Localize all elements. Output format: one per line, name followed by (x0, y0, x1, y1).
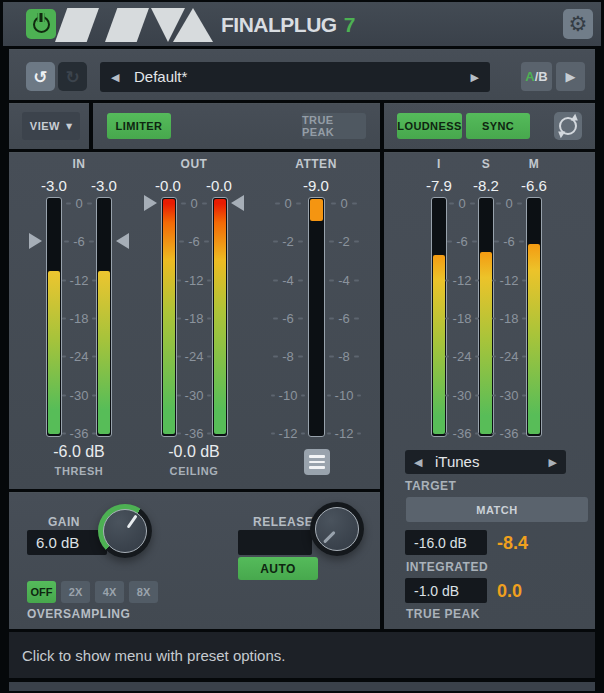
loudness-toggle[interactable]: LOUDNESS (397, 113, 462, 139)
out-meter-right (212, 197, 228, 437)
scale-tick: 0 (492, 196, 526, 211)
ceiling-marker-right[interactable] (231, 195, 244, 211)
limiter-panel: LIMITER TRUE PEAK (93, 103, 380, 149)
out-meters-label: OUT (164, 157, 224, 171)
ab-compare-button[interactable]: A/B (521, 62, 552, 91)
preset-name: Default* (134, 68, 187, 85)
preset-row: ↺ ↻ ◀ Default* ▶ A/B ▶ (9, 49, 595, 100)
scale-tick: -12 (271, 426, 305, 441)
status-text: Click to show menu with preset options. (22, 647, 285, 664)
ceiling-label: CEILING (134, 465, 254, 477)
atten-meter (308, 197, 325, 437)
undo-button[interactable]: ↺ (26, 62, 55, 91)
scale-tick: -6 (62, 234, 96, 249)
oversampling-option-2x[interactable]: 2X (61, 581, 90, 603)
scale-tick: -12 (327, 426, 361, 441)
power-icon (33, 16, 50, 33)
scale-tick: -30 (445, 388, 479, 403)
preset-selector[interactable]: ◀ Default* ▶ (100, 62, 490, 92)
scale-tick: -2 (327, 234, 361, 249)
oversampling-option-8x[interactable]: 8X (129, 581, 158, 603)
lufs-s-peak: -8.2 (461, 177, 511, 194)
resize-strip[interactable] (9, 682, 595, 691)
scale-tick: -12 (177, 273, 211, 288)
ab-copy-button[interactable]: ▶ (556, 62, 585, 91)
gear-icon: ⚙ (569, 14, 588, 35)
scale-tick: -18 (492, 311, 526, 326)
in-meter-scale: 0-6-12-18-24-30-36 (62, 197, 96, 437)
scale-tick: -8 (327, 349, 361, 364)
scale-tick: -18 (177, 311, 211, 326)
out-meter-left (161, 197, 177, 437)
scale-tick: -4 (271, 273, 305, 288)
sync-toggle[interactable]: SYNC (466, 113, 530, 139)
gain-knob[interactable] (98, 504, 152, 558)
lufs-m-meter (526, 197, 542, 437)
thresh-value[interactable]: -6.0 dB (19, 443, 139, 461)
view-dropdown[interactable]: VIEW ▼ (22, 112, 80, 140)
gain-value-field[interactable]: 6.0 dB (27, 530, 107, 555)
status-bar: Click to show menu with preset options. (9, 632, 595, 678)
scale-tick: -36 (492, 426, 526, 441)
thresh-marker-left[interactable] (29, 233, 42, 249)
ab-b-label: /B (535, 69, 548, 84)
scale-tick: 0 (327, 196, 361, 211)
true-peak-target-field[interactable]: -1.0 dB (405, 578, 487, 603)
in-meter-right (96, 197, 112, 437)
lufs-m-peak: -6.6 (509, 177, 559, 194)
scale-tick: -24 (445, 349, 479, 364)
atten-menu-button[interactable] (304, 449, 330, 475)
chevron-down-icon: ▼ (66, 122, 72, 131)
scale-tick: -24 (492, 349, 526, 364)
oversampling-option-off[interactable]: OFF (27, 581, 56, 603)
target-value: iTunes (435, 453, 479, 470)
integrated-readout: -8.4 (497, 533, 528, 554)
target-selector[interactable]: ◀ iTunes ▶ (405, 450, 566, 474)
integrated-label: INTEGRATED (406, 560, 488, 574)
meter-fill (163, 199, 175, 434)
scale-tick: 0 (271, 196, 305, 211)
scale-tick: -30 (492, 388, 526, 403)
true-peak-label: TRUE PEAK (406, 607, 480, 621)
in-right-peak: -3.0 (79, 177, 129, 194)
integrated-target-field[interactable]: -16.0 dB (405, 530, 487, 555)
target-label: TARGET (405, 479, 456, 493)
atten-meter-label: ATTEN (286, 157, 346, 171)
ceiling-value[interactable]: -0.0 dB (134, 443, 254, 461)
logo-shape (105, 8, 149, 42)
gain-label: GAIN (48, 515, 80, 529)
meter-fill (214, 199, 226, 434)
next-preset-icon[interactable]: ▶ (471, 71, 479, 84)
out-meter-scale: 0-6-12-18-24-30-36 (177, 197, 211, 437)
scale-tick: -6 (445, 234, 479, 249)
scale-tick: -24 (62, 349, 96, 364)
oversampling-option-4x[interactable]: 4X (95, 581, 124, 603)
scale-tick: -18 (445, 311, 479, 326)
loudness-reset-button[interactable] (554, 112, 582, 140)
in-meters-label: IN (49, 157, 109, 171)
lufs-scale-2: 0-6-12-18-24-30-36 (492, 197, 526, 437)
out-left-peak: -0.0 (143, 177, 193, 194)
true-peak-toggle[interactable]: TRUE PEAK (302, 113, 366, 139)
match-button[interactable]: MATCH (406, 497, 588, 522)
thresh-marker-right[interactable] (116, 233, 129, 249)
prev-target-icon[interactable]: ◀ (414, 456, 422, 469)
out-right-peak: -0.0 (194, 177, 244, 194)
in-left-peak: -3.0 (29, 177, 79, 194)
redo-button[interactable]: ↻ (58, 62, 87, 91)
settings-button[interactable]: ⚙ (563, 9, 593, 39)
release-label: RELEASE (253, 515, 313, 529)
power-button[interactable] (26, 9, 56, 39)
ceiling-marker-left[interactable] (144, 195, 157, 211)
next-target-icon[interactable]: ▶ (549, 456, 557, 469)
scale-tick: -12 (492, 273, 526, 288)
scale-tick: 0 (62, 196, 96, 211)
auto-release-toggle[interactable]: AUTO (238, 557, 318, 580)
scale-tick: -4 (327, 273, 361, 288)
scale-tick: -36 (177, 426, 211, 441)
scale-tick: -6 (271, 311, 305, 326)
prev-preset-icon[interactable]: ◀ (111, 71, 119, 84)
release-value-field[interactable] (238, 530, 312, 555)
release-knob[interactable] (310, 502, 364, 556)
limiter-toggle[interactable]: LIMITER (107, 113, 171, 139)
